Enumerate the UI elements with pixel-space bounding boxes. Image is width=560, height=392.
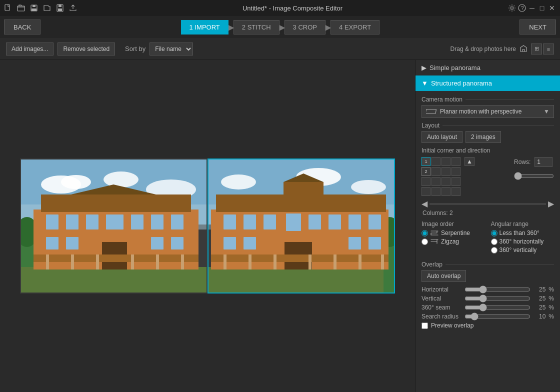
serpentine-radio[interactable] — [422, 230, 428, 236]
list-view-button[interactable]: ≡ — [543, 44, 554, 54]
horiz-360-radio[interactable] — [491, 238, 498, 245]
save-icon — [56, 4, 64, 12]
rows-slider[interactable] — [514, 172, 554, 180]
sort-label: Sort by — [125, 45, 146, 52]
camera-motion-dropdown[interactable]: Planar motion with perspective ▼ — [422, 105, 554, 118]
svg-rect-72 — [334, 254, 336, 270]
step-export[interactable]: 4 EXPORT — [330, 20, 380, 34]
save-project-icon — [30, 4, 38, 12]
svg-rect-60 — [348, 214, 361, 230]
vert-360-label: 360° vertically — [500, 246, 537, 254]
n-images-button[interactable]: 2 images — [466, 131, 501, 143]
horizontal-slider[interactable] — [464, 286, 530, 293]
svg-point-44 — [221, 174, 256, 190]
grid-cell-r3c3[interactable] — [442, 177, 450, 186]
right-panel: ▶ Simple panorama ▼ Structured panorama … — [415, 60, 560, 392]
auto-overlap-button[interactable]: Auto overlap — [422, 270, 466, 282]
camera-motion-value: Planar motion with perspective — [440, 108, 522, 115]
structured-panorama-header[interactable]: ▼ Structured panorama — [416, 76, 560, 91]
image-strip — [20, 158, 395, 294]
svg-point-15 — [104, 172, 138, 188]
svg-rect-71 — [308, 254, 312, 270]
sort-select[interactable]: File name — [150, 42, 193, 56]
zigzag-radio[interactable] — [422, 238, 428, 245]
grid-cell-r1c3[interactable] — [442, 157, 450, 166]
close-btn[interactable]: ✕ — [548, 4, 556, 12]
help-icon[interactable]: ? — [518, 4, 526, 12]
grid-cell-r2c4[interactable] — [452, 167, 460, 176]
svg-rect-69 — [248, 254, 252, 270]
grid-cell-num-2[interactable]: 2 — [422, 167, 430, 176]
layout-buttons: Auto layout 2 images — [422, 131, 554, 143]
svg-rect-67 — [211, 254, 388, 262]
new-icon — [4, 4, 12, 12]
zigzag-label: Zigzag — [441, 238, 459, 245]
less-than-360-label: Less than 360° — [500, 230, 540, 236]
building-image-2 — [208, 160, 395, 294]
grid-cell-r2c3[interactable] — [442, 167, 450, 176]
add-images-button[interactable]: Add images... — [6, 42, 54, 56]
zigzag-row: Zigzag — [422, 238, 485, 245]
grid-cell-r3c1[interactable] — [422, 177, 430, 186]
grid-cell-r1c2[interactable] — [432, 157, 440, 166]
title-bar: Untitled* - Image Composite Editor ? ─ □… — [0, 0, 560, 16]
remove-selected-button[interactable]: Remove selected — [58, 42, 115, 56]
svg-rect-6 — [58, 4, 62, 7]
svg-rect-32 — [151, 237, 164, 250]
drag-drop-text: Drag & drop photos here — [450, 46, 516, 52]
grid-cell-r3c4[interactable] — [452, 177, 460, 186]
open-project-icon — [17, 4, 25, 12]
grid-cell-r2c2[interactable] — [432, 167, 440, 176]
zigzag-icon — [430, 238, 439, 245]
drag-drop-area: Drag & drop photos here ⊞ ≡ — [450, 44, 554, 54]
grid-cell-r1c4[interactable] — [452, 157, 460, 166]
nav-steps: 1 IMPORT ▶ 2 STITCH ▶ 3 CROP ▶ 4 EXPORT — [181, 20, 380, 34]
restore-btn[interactable]: □ — [538, 4, 546, 12]
svg-rect-57 — [286, 214, 301, 231]
svg-rect-54 — [224, 214, 236, 230]
preview-overlap-checkbox[interactable] — [422, 322, 428, 329]
auto-layout-button[interactable]: Auto layout — [422, 131, 462, 143]
left-arrow-button[interactable]: ◀ — [422, 199, 428, 208]
simple-panorama-header[interactable]: ▶ Simple panorama — [416, 60, 560, 76]
grid-view-button[interactable]: ⊞ — [531, 44, 542, 54]
photo-thumb-1[interactable] — [20, 158, 208, 294]
step-import[interactable]: 1 IMPORT — [181, 20, 228, 34]
svg-rect-61 — [368, 214, 381, 230]
grid-cell-num-1[interactable]: 1 — [422, 157, 430, 166]
settings-icon[interactable] — [508, 4, 516, 12]
main-content: ▶ Simple panorama ▼ Structured panorama … — [0, 60, 560, 392]
svg-point-14 — [61, 175, 91, 189]
svg-rect-59 — [328, 214, 341, 230]
next-button[interactable]: NEXT — [520, 20, 556, 34]
svg-rect-65 — [368, 237, 381, 250]
title-bar-controls: ? ─ □ ✕ — [508, 4, 556, 12]
svg-rect-26 — [106, 214, 124, 230]
search-radius-slider[interactable] — [464, 313, 530, 320]
search-radius-pct: % — [548, 313, 554, 320]
less-than-360-radio[interactable] — [491, 230, 498, 236]
grid-cell-r4c1[interactable] — [422, 187, 430, 196]
grid-cell-r3c2[interactable] — [432, 177, 440, 186]
svg-rect-64 — [348, 237, 361, 250]
columns-label: Columns: 2 — [422, 210, 554, 216]
step-stitch[interactable]: 2 STITCH — [234, 20, 280, 34]
up-arrow-button[interactable]: ▲ — [464, 157, 474, 166]
vertical-slider[interactable] — [464, 295, 530, 302]
right-arrow-button[interactable]: ▶ — [548, 199, 554, 208]
grid-cell-r4c2[interactable] — [432, 187, 440, 196]
serpentine-label: Serpentine — [441, 230, 470, 236]
step-crop[interactable]: 3 CROP — [284, 20, 326, 34]
minimize-btn[interactable]: ─ — [528, 4, 536, 12]
grid-cell-r4c3[interactable] — [442, 187, 450, 196]
rows-row: Rows: 1 — [514, 157, 554, 167]
photo-thumb-2[interactable] — [208, 158, 395, 294]
svg-rect-7 — [58, 8, 62, 11]
back-button[interactable]: BACK — [4, 20, 40, 34]
seam-360-slider[interactable] — [464, 304, 530, 311]
rows-input[interactable]: 1 — [534, 157, 552, 167]
vert-360-radio[interactable] — [491, 247, 498, 254]
svg-rect-25 — [86, 214, 98, 230]
svg-rect-51 — [216, 194, 386, 212]
grid-cell-r4c4[interactable] — [452, 187, 460, 196]
